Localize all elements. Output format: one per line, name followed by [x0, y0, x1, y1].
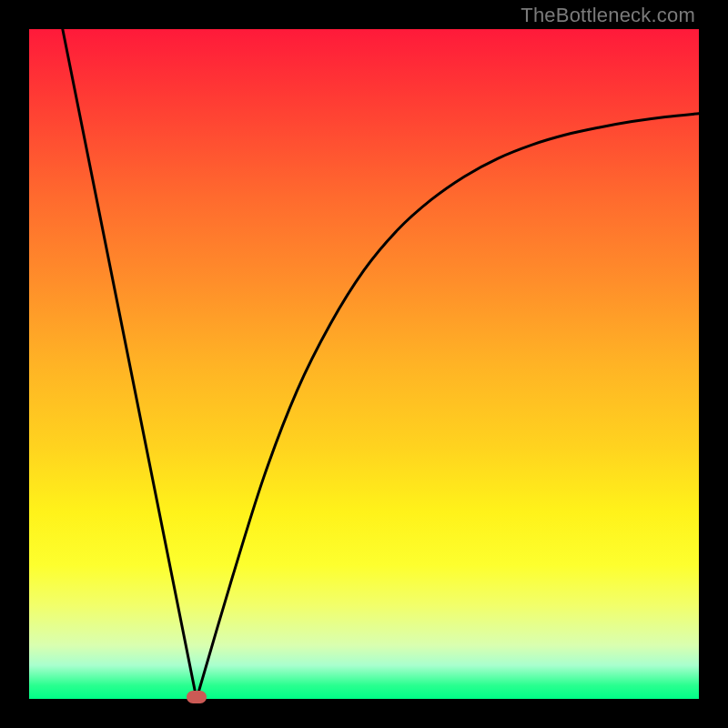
min-point-marker [187, 691, 207, 703]
bottleneck-curve [63, 29, 699, 699]
watermark-text: TheBottleneck.com [521, 4, 695, 27]
chart-curve-layer [0, 0, 728, 728]
chart-frame: TheBottleneck.com [0, 0, 728, 728]
